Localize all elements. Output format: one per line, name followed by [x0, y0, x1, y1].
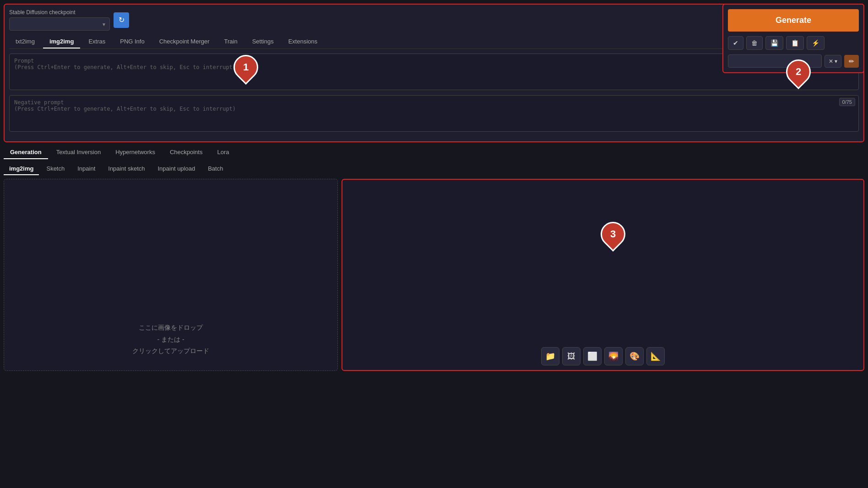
output-display-button[interactable]: 🖼: [562, 347, 580, 365]
section-tabs: Generation Textual Inversion Hypernetwor…: [4, 146, 864, 159]
tab-settings[interactable]: Settings: [246, 35, 280, 48]
checkpoint-wrapper: [9, 17, 110, 31]
pin-1: 1: [228, 50, 263, 85]
sub-tabs: img2img Sketch Inpaint Inpaint sketch In…: [4, 163, 864, 175]
pin-1-wrapper: 1: [233, 55, 258, 83]
drop-line3: クリックしてアップロード: [132, 345, 209, 357]
drop-text: ここに画像をドロップ - または - クリックしてアップロード: [132, 322, 209, 357]
tab-checkpoints[interactable]: Checkpoints: [163, 146, 209, 159]
negative-prompt-area: 0/75: [9, 95, 859, 133]
tab-txt2img[interactable]: txt2img: [9, 35, 41, 48]
tab-extensions[interactable]: Extensions: [282, 35, 324, 48]
drop-line1: ここに画像をドロップ: [132, 322, 209, 333]
checkpoint-refresh-button[interactable]: ↻: [114, 12, 129, 28]
tab-png-info[interactable]: PNG Info: [114, 35, 151, 48]
tab-lora[interactable]: Lora: [211, 146, 235, 159]
negative-prompt-counter: 0/75: [839, 98, 855, 106]
pin-3-wrapper: 3: [601, 222, 625, 250]
output-canvas: [347, 184, 859, 343]
pin-3: 3: [596, 217, 630, 252]
subtab-sketch[interactable]: Sketch: [41, 163, 70, 175]
tab-train[interactable]: Train: [218, 35, 244, 48]
action-row: ✔ 🗑 💾 📋 ⚡: [728, 36, 859, 50]
clipboard-button[interactable]: 📋: [786, 36, 804, 50]
trash-button[interactable]: 🗑: [746, 36, 763, 50]
tab-hypernetworks[interactable]: Hypernetworks: [109, 146, 162, 159]
tab-img2img[interactable]: img2img: [43, 35, 80, 48]
style-clear-button[interactable]: ✕ ▾: [825, 55, 841, 68]
negative-prompt-textarea[interactable]: [9, 95, 859, 132]
output-ruler-button[interactable]: 📐: [646, 347, 665, 365]
output-folder-button[interactable]: 📁: [541, 347, 559, 365]
subtab-inpaint-upload[interactable]: Inpaint upload: [152, 163, 201, 175]
output-grid-button[interactable]: ⬜: [583, 347, 602, 365]
check-button[interactable]: ✔: [728, 36, 743, 50]
generate-button[interactable]: Generate: [728, 9, 859, 32]
pin-2: 2: [781, 54, 816, 89]
image-drop-area[interactable]: ここに画像をドロップ - または - クリックしてアップロード: [4, 179, 338, 371]
pin-1-label: 1: [243, 61, 249, 73]
tab-textual-inversion[interactable]: Textual Inversion: [50, 146, 108, 159]
output-area: 📁 🖼 ⬜ 🌄 🎨 📐: [342, 179, 864, 371]
checkpoint-select[interactable]: [9, 17, 110, 31]
output-toolbar: 📁 🖼 ⬜ 🌄 🎨 📐: [541, 347, 665, 365]
style-edit-button[interactable]: ✏: [844, 55, 859, 68]
lower-section: Generation Textual Inversion Hypernetwor…: [4, 146, 864, 371]
lightning-button[interactable]: ⚡: [807, 36, 825, 50]
save-button[interactable]: 💾: [765, 36, 783, 50]
subtab-img2img[interactable]: img2img: [4, 163, 39, 175]
pin-2-label: 2: [796, 66, 801, 78]
drop-line2: - または -: [132, 334, 209, 345]
output-paint-button[interactable]: 🎨: [625, 347, 644, 365]
subtab-inpaint-sketch[interactable]: Inpaint sketch: [103, 163, 150, 175]
tab-checkpoint-merger[interactable]: Checkpoint Merger: [153, 35, 216, 48]
output-palette-button[interactable]: 🌄: [604, 347, 623, 365]
checkpoint-label: Stable Diffusion checkpoint: [9, 9, 110, 16]
subtab-inpaint[interactable]: Inpaint: [72, 163, 101, 175]
tab-generation[interactable]: Generation: [4, 146, 48, 159]
pin-3-label: 3: [610, 228, 616, 240]
tab-extras[interactable]: Extras: [82, 35, 112, 48]
subtab-batch[interactable]: Batch: [202, 163, 228, 175]
content-row: ここに画像をドロップ - または - クリックしてアップロード 📁 🖼 ⬜ 🌄 …: [4, 179, 864, 371]
pin-2-wrapper: 2: [786, 59, 811, 88]
